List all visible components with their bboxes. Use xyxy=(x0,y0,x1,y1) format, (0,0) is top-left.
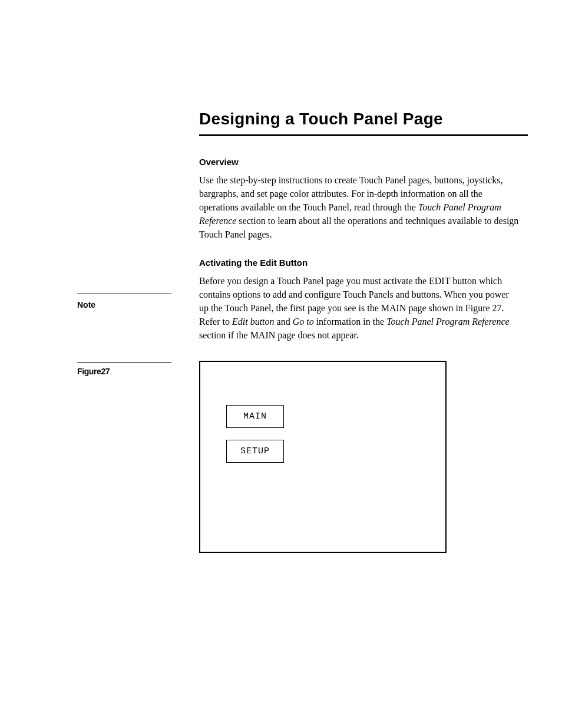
activating-heading: Activating the Edit Button xyxy=(199,258,308,268)
activating-paragraph: Before you design a Touch Panel page you… xyxy=(199,274,520,342)
figure-rule xyxy=(77,362,171,363)
touch-panel-setup-button: SETUP xyxy=(226,440,284,463)
figure-label: Figure27 xyxy=(77,367,171,376)
figure-27-illustration: MAIN SETUP xyxy=(199,361,447,553)
touch-panel-main-button: MAIN xyxy=(226,405,284,428)
page-title-block: Designing a Touch Panel Page xyxy=(199,110,528,136)
activating-text-4: section if the MAIN page does not appear… xyxy=(199,330,359,340)
margin-note-block: Note xyxy=(77,294,171,309)
overview-heading: Overview xyxy=(199,157,239,167)
overview-paragraph: Use the step-by-step instructions to cre… xyxy=(199,173,520,241)
activating-text-3: information in the xyxy=(314,317,387,327)
activating-text-2: and xyxy=(275,317,293,327)
activating-italic-1: Edit button xyxy=(232,317,275,327)
activating-italic-3: Touch Panel Program Reference xyxy=(386,317,509,327)
document-page: Designing a Touch Panel Page Overview Us… xyxy=(0,0,562,728)
note-rule xyxy=(77,294,171,294)
note-label: Note xyxy=(77,300,171,309)
page-title: Designing a Touch Panel Page xyxy=(199,110,528,134)
title-rule xyxy=(199,134,528,136)
activating-italic-2: Go to xyxy=(293,317,314,327)
overview-text-2: section to learn about all the operation… xyxy=(199,216,518,239)
margin-figure-block: Figure27 xyxy=(77,362,171,376)
